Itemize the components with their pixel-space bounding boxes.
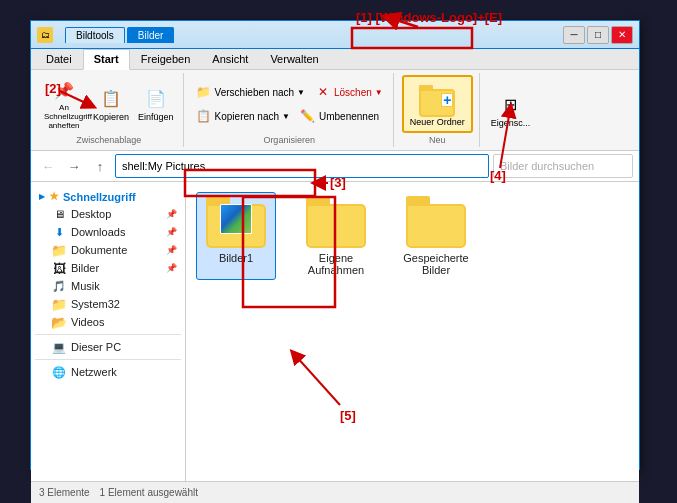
system32-label: System32 — [71, 298, 120, 310]
forward-button[interactable]: → — [63, 155, 85, 177]
bilder1-folder-icon — [206, 196, 266, 248]
tab-verwalten[interactable]: Verwalten — [259, 49, 329, 69]
paste-icon: 📄 — [144, 87, 168, 111]
properties-icon: ⊞ — [499, 93, 523, 117]
quick-access-label: Schnellzugriff — [63, 191, 136, 203]
up-button[interactable]: ↑ — [89, 155, 111, 177]
downloads-label: Downloads — [71, 226, 125, 238]
new-group: + Neuer Ordner Neu — [396, 73, 480, 147]
copy-to-label: Kopieren nach — [215, 111, 280, 122]
copy-label: Kopieren — [93, 112, 129, 122]
delete-dropdown-icon[interactable]: ▼ — [375, 88, 383, 97]
close-button[interactable]: ✕ — [611, 26, 633, 44]
pin-button[interactable]: 📌 An Schnellzugriff anheften — [41, 76, 87, 132]
clipboard-buttons: 📌 An Schnellzugriff anheften 📋 Kopieren … — [41, 75, 177, 133]
selected-count: 1 Element ausgewählt — [100, 487, 198, 498]
pin-icon: 📌 — [52, 78, 76, 102]
desktop-label: Desktop — [71, 208, 111, 220]
properties-buttons: ⊞ Eigensc... — [488, 75, 534, 145]
move-to-button[interactable]: 📁 Verschieben nach ▼ — [192, 82, 309, 102]
musik-icon: 🎵 — [51, 279, 67, 293]
sidebar-item-dieser-pc[interactable]: 💻 Dieser PC — [31, 338, 185, 356]
dieser-pc-label: Dieser PC — [71, 341, 121, 353]
copy-to-row: 📋 Kopieren nach ▼ ✏️ Umbenennen — [192, 106, 387, 126]
organize-group: 📁 Verschieben nach ▼ ✕ Löschen ▼ 📋 — [186, 73, 394, 147]
address-path: shell:My Pictures — [122, 160, 205, 172]
copy-to-icon: 📋 — [196, 108, 212, 124]
new-folder-button[interactable]: + Neuer Ordner — [402, 75, 473, 133]
tab-bildtools[interactable]: Bildtools — [65, 27, 125, 43]
new-label: Neu — [429, 133, 446, 145]
desktop-icon: 🖥 — [51, 207, 67, 221]
item-count: 3 Elemente — [39, 487, 90, 498]
sidebar-item-dokumente[interactable]: 📁 Dokumente 📌 — [31, 241, 185, 259]
ribbon: Datei Start Freigeben Ansicht Verwalten … — [31, 49, 639, 151]
tab-bilder[interactable]: Bilder — [127, 27, 175, 43]
clipboard-group: 📌 An Schnellzugriff anheften 📋 Kopieren … — [35, 73, 184, 147]
sidebar-item-netzwerk[interactable]: 🌐 Netzwerk — [31, 363, 185, 381]
new-folder-icon: + — [419, 81, 455, 117]
window-icon: 🗂 — [37, 27, 53, 43]
tab-start[interactable]: Start — [83, 49, 130, 70]
sidebar-item-desktop[interactable]: 🖥 Desktop 📌 — [31, 205, 185, 223]
pin-label: An Schnellzugriff anheften — [44, 103, 84, 130]
sidebar-item-videos[interactable]: 📂 Videos — [31, 313, 185, 331]
downloads-pin: 📌 — [166, 227, 177, 237]
gespeicherte-bilder-label: Gespeicherte Bilder — [400, 252, 472, 276]
copy-to-button[interactable]: 📋 Kopieren nach ▼ — [192, 106, 294, 126]
bilder1-label: Bilder1 — [219, 252, 253, 264]
videos-label: Videos — [71, 316, 104, 328]
back-button[interactable]: ← — [37, 155, 59, 177]
file-item-eigene-aufnahmen[interactable]: Eigene Aufnahmen — [296, 192, 376, 280]
tab-ansicht[interactable]: Ansicht — [201, 49, 259, 69]
sidebar: ▸ ★ Schnellzugriff 🖥 Desktop 📌 ⬇ Downloa… — [31, 182, 186, 481]
bilder-icon: 🖼 — [51, 261, 67, 275]
search-box[interactable]: Bilder durchsuchen — [493, 154, 633, 178]
desktop-pin: 📌 — [166, 209, 177, 219]
tab-freigeben[interactable]: Freigeben — [130, 49, 202, 69]
musik-label: Musik — [71, 280, 100, 292]
dokumente-pin: 📌 — [166, 245, 177, 255]
delete-button[interactable]: ✕ Löschen ▼ — [311, 82, 387, 102]
file-item-gespeicherte-bilder[interactable]: Gespeicherte Bilder — [396, 192, 476, 280]
rename-button[interactable]: ✏️ Umbenennen — [296, 106, 383, 126]
file-item-bilder1[interactable]: Bilder1 — [196, 192, 276, 280]
eigene-aufnahmen-label: Eigene Aufnahmen — [300, 252, 372, 276]
bilder-pin: 📌 — [166, 263, 177, 273]
rename-icon: ✏️ — [300, 108, 316, 124]
status-bar: 3 Elemente 1 Element ausgewählt — [31, 481, 639, 503]
address-input[interactable]: shell:My Pictures — [115, 154, 489, 178]
sidebar-item-downloads[interactable]: ⬇ Downloads 📌 — [31, 223, 185, 241]
dieser-pc-icon: 💻 — [51, 340, 67, 354]
properties-button[interactable]: ⊞ Eigensc... — [488, 91, 534, 130]
copy-icon: 📋 — [99, 87, 123, 111]
sidebar-item-system32[interactable]: 📁 System32 — [31, 295, 185, 313]
tab-datei[interactable]: Datei — [35, 49, 83, 69]
title-bar-left: 🗂 — [37, 27, 53, 43]
address-bar: ← → ↑ shell:My Pictures Bilder durchsuch… — [31, 151, 639, 182]
quick-access-header[interactable]: ▸ ★ Schnellzugriff — [31, 186, 185, 205]
move-dropdown-icon[interactable]: ▼ — [297, 88, 305, 97]
file-area: Bilder1 Eigene Aufnahmen Gespeicherte — [186, 182, 639, 481]
explorer-window: 🗂 Bildtools Bilder ─ □ ✕ Datei Start Fre… — [30, 20, 640, 470]
ribbon-content: 📌 An Schnellzugriff anheften 📋 Kopieren … — [31, 70, 639, 150]
title-bar-tabs: Bildtools Bilder — [65, 27, 174, 43]
gespeicherte-bilder-folder-icon — [406, 196, 466, 248]
rename-label: Umbenennen — [319, 111, 379, 122]
move-to-label: Verschieben nach — [215, 87, 295, 98]
copy-to-dropdown-icon[interactable]: ▼ — [282, 112, 290, 121]
maximize-button[interactable]: □ — [587, 26, 609, 44]
sidebar-item-musik[interactable]: 🎵 Musik — [31, 277, 185, 295]
netzwerk-icon: 🌐 — [51, 365, 67, 379]
minimize-button[interactable]: ─ — [563, 26, 585, 44]
bilder-label: Bilder — [71, 262, 99, 274]
paste-button[interactable]: 📄 Einfügen — [135, 85, 177, 124]
system32-icon: 📁 — [51, 297, 67, 311]
sidebar-item-bilder[interactable]: 🖼 Bilder 📌 — [31, 259, 185, 277]
move-icon: 📁 — [196, 84, 212, 100]
dokumente-label: Dokumente — [71, 244, 127, 256]
title-bar: 🗂 Bildtools Bilder ─ □ ✕ — [31, 21, 639, 49]
videos-icon: 📂 — [51, 315, 67, 329]
organize-label: Organisieren — [263, 133, 315, 145]
copy-button[interactable]: 📋 Kopieren — [90, 85, 132, 124]
